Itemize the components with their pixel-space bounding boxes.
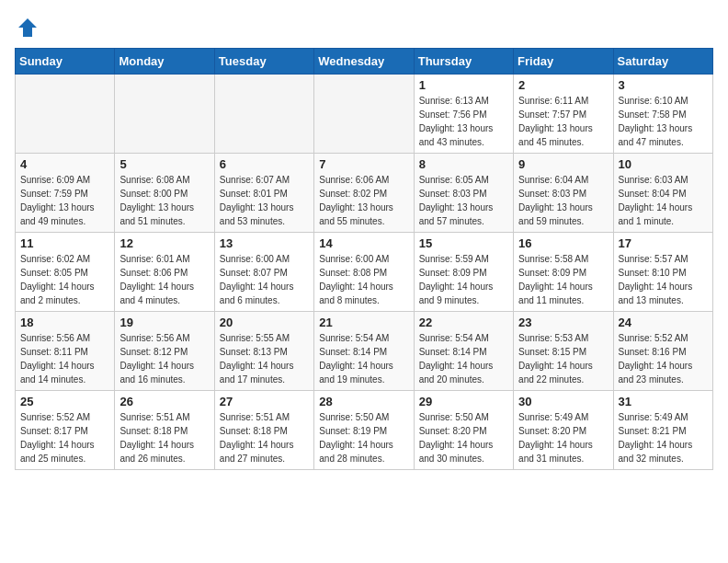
day-of-week-header: Friday bbox=[514, 49, 613, 75]
day-number: 31 bbox=[619, 395, 708, 408]
day-info: Sunrise: 6:00 AM Sunset: 8:07 PM Dayligh… bbox=[220, 252, 309, 307]
calendar-day-cell: 3Sunrise: 6:10 AM Sunset: 7:58 PM Daylig… bbox=[613, 75, 712, 154]
calendar-day-cell: 29Sunrise: 5:50 AM Sunset: 8:20 PM Dayli… bbox=[414, 391, 513, 470]
calendar-day-cell: 25Sunrise: 5:52 AM Sunset: 8:17 PM Dayli… bbox=[16, 391, 115, 470]
calendar-day-cell: 28Sunrise: 5:50 AM Sunset: 8:19 PM Dayli… bbox=[314, 391, 414, 470]
day-info: Sunrise: 6:10 AM Sunset: 7:58 PM Dayligh… bbox=[619, 94, 708, 149]
day-number: 11 bbox=[20, 236, 109, 250]
day-number: 26 bbox=[119, 395, 209, 408]
day-number: 23 bbox=[518, 316, 608, 329]
day-number: 19 bbox=[119, 316, 209, 329]
day-info: Sunrise: 5:49 AM Sunset: 8:20 PM Dayligh… bbox=[518, 410, 608, 465]
day-info: Sunrise: 6:11 AM Sunset: 7:57 PM Dayligh… bbox=[518, 94, 608, 149]
day-number: 17 bbox=[619, 236, 708, 250]
day-info: Sunrise: 5:53 AM Sunset: 8:15 PM Dayligh… bbox=[518, 331, 608, 386]
calendar-day-cell: 11Sunrise: 6:02 AM Sunset: 8:05 PM Dayli… bbox=[16, 233, 115, 312]
calendar-day-cell: 18Sunrise: 5:56 AM Sunset: 8:11 PM Dayli… bbox=[16, 312, 115, 391]
day-info: Sunrise: 6:09 AM Sunset: 7:59 PM Dayligh… bbox=[20, 173, 109, 228]
day-info: Sunrise: 6:03 AM Sunset: 8:04 PM Dayligh… bbox=[619, 173, 708, 228]
day-info: Sunrise: 5:50 AM Sunset: 8:20 PM Dayligh… bbox=[419, 410, 508, 465]
calendar-day-cell bbox=[16, 75, 115, 154]
day-info: Sunrise: 5:56 AM Sunset: 8:12 PM Dayligh… bbox=[119, 331, 209, 386]
day-number: 2 bbox=[518, 78, 608, 92]
day-info: Sunrise: 6:05 AM Sunset: 8:03 PM Dayligh… bbox=[419, 173, 508, 228]
day-number: 27 bbox=[220, 395, 309, 408]
calendar-header-row: SundayMondayTuesdayWednesdayThursdayFrid… bbox=[16, 49, 713, 75]
day-info: Sunrise: 5:49 AM Sunset: 8:21 PM Dayligh… bbox=[619, 410, 708, 465]
day-info: Sunrise: 5:52 AM Sunset: 8:16 PM Dayligh… bbox=[619, 331, 708, 386]
day-number: 18 bbox=[20, 316, 109, 329]
calendar-day-cell: 7Sunrise: 6:06 AM Sunset: 8:02 PM Daylig… bbox=[314, 154, 414, 233]
day-info: Sunrise: 5:50 AM Sunset: 8:19 PM Dayligh… bbox=[319, 410, 408, 465]
calendar-day-cell: 26Sunrise: 5:51 AM Sunset: 8:18 PM Dayli… bbox=[115, 391, 214, 470]
day-info: Sunrise: 5:56 AM Sunset: 8:11 PM Dayligh… bbox=[20, 331, 109, 386]
calendar-day-cell: 10Sunrise: 6:03 AM Sunset: 8:04 PM Dayli… bbox=[613, 154, 712, 233]
day-of-week-header: Tuesday bbox=[214, 49, 313, 75]
day-info: Sunrise: 6:02 AM Sunset: 8:05 PM Dayligh… bbox=[20, 252, 109, 307]
day-info: Sunrise: 5:51 AM Sunset: 8:18 PM Dayligh… bbox=[220, 410, 309, 465]
calendar-day-cell: 5Sunrise: 6:08 AM Sunset: 8:00 PM Daylig… bbox=[115, 154, 214, 233]
calendar-week-row: 11Sunrise: 6:02 AM Sunset: 8:05 PM Dayli… bbox=[16, 233, 713, 312]
day-info: Sunrise: 5:58 AM Sunset: 8:09 PM Dayligh… bbox=[518, 252, 608, 307]
calendar-day-cell: 8Sunrise: 6:05 AM Sunset: 8:03 PM Daylig… bbox=[414, 154, 513, 233]
calendar-week-row: 25Sunrise: 5:52 AM Sunset: 8:17 PM Dayli… bbox=[16, 391, 713, 470]
day-info: Sunrise: 5:51 AM Sunset: 8:18 PM Dayligh… bbox=[119, 410, 209, 465]
day-number: 10 bbox=[619, 157, 708, 171]
day-number: 20 bbox=[220, 316, 309, 329]
calendar-day-cell bbox=[115, 75, 214, 154]
day-info: Sunrise: 5:54 AM Sunset: 8:14 PM Dayligh… bbox=[419, 331, 508, 386]
day-number: 14 bbox=[319, 236, 408, 250]
day-info: Sunrise: 5:57 AM Sunset: 8:10 PM Dayligh… bbox=[619, 252, 708, 307]
calendar-day-cell bbox=[214, 75, 313, 154]
calendar-day-cell: 1Sunrise: 6:13 AM Sunset: 7:56 PM Daylig… bbox=[414, 75, 513, 154]
calendar-day-cell: 20Sunrise: 5:55 AM Sunset: 8:13 PM Dayli… bbox=[214, 312, 313, 391]
day-number: 3 bbox=[619, 78, 708, 92]
day-info: Sunrise: 5:54 AM Sunset: 8:14 PM Dayligh… bbox=[319, 331, 408, 386]
day-of-week-header: Monday bbox=[115, 49, 214, 75]
calendar-week-row: 1Sunrise: 6:13 AM Sunset: 7:56 PM Daylig… bbox=[16, 75, 713, 154]
calendar-day-cell: 22Sunrise: 5:54 AM Sunset: 8:14 PM Dayli… bbox=[414, 312, 513, 391]
day-of-week-header: Wednesday bbox=[314, 49, 414, 75]
calendar-day-cell: 12Sunrise: 6:01 AM Sunset: 8:06 PM Dayli… bbox=[115, 233, 214, 312]
calendar-day-cell: 21Sunrise: 5:54 AM Sunset: 8:14 PM Dayli… bbox=[314, 312, 414, 391]
day-info: Sunrise: 5:55 AM Sunset: 8:13 PM Dayligh… bbox=[220, 331, 309, 386]
day-number: 7 bbox=[319, 157, 408, 171]
calendar-day-cell: 14Sunrise: 6:00 AM Sunset: 8:08 PM Dayli… bbox=[314, 233, 414, 312]
calendar-week-row: 18Sunrise: 5:56 AM Sunset: 8:11 PM Dayli… bbox=[16, 312, 713, 391]
day-of-week-header: Saturday bbox=[613, 49, 712, 75]
day-number: 25 bbox=[20, 395, 109, 408]
day-info: Sunrise: 5:52 AM Sunset: 8:17 PM Dayligh… bbox=[20, 410, 109, 465]
calendar-day-cell: 4Sunrise: 6:09 AM Sunset: 7:59 PM Daylig… bbox=[16, 154, 115, 233]
day-number: 29 bbox=[419, 395, 508, 408]
day-of-week-header: Sunday bbox=[16, 49, 115, 75]
calendar-day-cell: 17Sunrise: 5:57 AM Sunset: 8:10 PM Dayli… bbox=[613, 233, 712, 312]
logo bbox=[15, 15, 44, 40]
calendar-day-cell: 2Sunrise: 6:11 AM Sunset: 7:57 PM Daylig… bbox=[514, 75, 613, 154]
day-info: Sunrise: 6:04 AM Sunset: 8:03 PM Dayligh… bbox=[518, 173, 608, 228]
calendar-day-cell: 31Sunrise: 5:49 AM Sunset: 8:21 PM Dayli… bbox=[613, 391, 712, 470]
calendar-day-cell: 30Sunrise: 5:49 AM Sunset: 8:20 PM Dayli… bbox=[514, 391, 613, 470]
calendar-day-cell bbox=[314, 75, 414, 154]
calendar-day-cell: 19Sunrise: 5:56 AM Sunset: 8:12 PM Dayli… bbox=[115, 312, 214, 391]
calendar-table: SundayMondayTuesdayWednesdayThursdayFrid… bbox=[15, 48, 713, 470]
calendar-day-cell: 13Sunrise: 6:00 AM Sunset: 8:07 PM Dayli… bbox=[214, 233, 313, 312]
day-info: Sunrise: 5:59 AM Sunset: 8:09 PM Dayligh… bbox=[419, 252, 508, 307]
day-info: Sunrise: 6:06 AM Sunset: 8:02 PM Dayligh… bbox=[319, 173, 408, 228]
day-number: 15 bbox=[419, 236, 508, 250]
day-number: 5 bbox=[119, 157, 209, 171]
day-number: 4 bbox=[20, 157, 109, 171]
day-info: Sunrise: 6:07 AM Sunset: 8:01 PM Dayligh… bbox=[220, 173, 309, 228]
calendar-day-cell: 16Sunrise: 5:58 AM Sunset: 8:09 PM Dayli… bbox=[514, 233, 613, 312]
day-info: Sunrise: 6:01 AM Sunset: 8:06 PM Dayligh… bbox=[119, 252, 209, 307]
calendar-week-row: 4Sunrise: 6:09 AM Sunset: 7:59 PM Daylig… bbox=[16, 154, 713, 233]
calendar-day-cell: 15Sunrise: 5:59 AM Sunset: 8:09 PM Dayli… bbox=[414, 233, 513, 312]
logo-icon bbox=[15, 15, 40, 40]
day-number: 13 bbox=[220, 236, 309, 250]
day-number: 22 bbox=[419, 316, 508, 329]
day-number: 8 bbox=[419, 157, 508, 171]
day-of-week-header: Thursday bbox=[414, 49, 513, 75]
day-number: 30 bbox=[518, 395, 608, 408]
day-number: 1 bbox=[419, 78, 508, 92]
day-number: 16 bbox=[518, 236, 608, 250]
day-number: 12 bbox=[119, 236, 209, 250]
